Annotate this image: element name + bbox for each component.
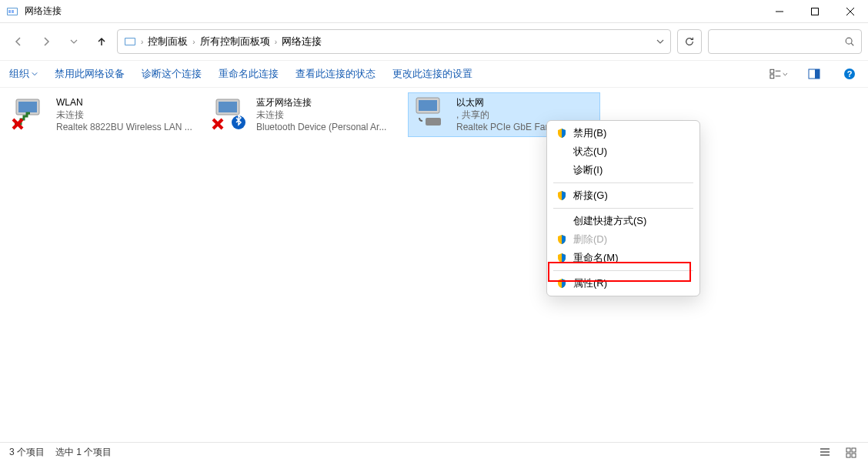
window-icon [6, 5, 18, 18]
ctx-delete: 删除(D) [547, 230, 699, 249]
shield-icon [556, 190, 567, 201]
chevron-down-icon[interactable] [656, 38, 664, 45]
connection-bluetooth[interactable]: 蓝牙网络连接 未连接 Bluetooth Device (Personal Ar… [208, 92, 400, 137]
svg-rect-5 [812, 8, 819, 15]
svg-rect-3 [12, 10, 14, 13]
view-status-button[interactable]: 查看此连接的状态 [295, 67, 376, 81]
preview-pane-button[interactable] [805, 65, 823, 83]
svg-rect-32 [852, 448, 856, 452]
svg-rect-21 [18, 102, 37, 112]
icons-view-button[interactable] [843, 445, 859, 460]
ctx-diagnose[interactable]: 诊断(I) [547, 161, 699, 179]
toolbar: 组织 禁用此网络设备 诊断这个连接 重命名此连接 查看此连接的状态 更改此连接的… [0, 60, 868, 88]
wlan-icon [12, 96, 52, 130]
svg-rect-27 [426, 118, 441, 126]
connection-name: 以太网 [456, 96, 565, 109]
connection-name: 蓝牙网络连接 [256, 96, 386, 109]
svg-rect-2 [8, 10, 11, 13]
svg-rect-13 [770, 75, 774, 79]
ctx-bridge[interactable]: 桥接(G) [547, 186, 699, 205]
address-bar[interactable]: › 控制面板 › 所有控制面板项 › 网络连接 [117, 29, 671, 54]
refresh-button[interactable] [677, 29, 702, 54]
svg-rect-31 [846, 448, 850, 452]
change-settings-button[interactable]: 更改此连接的设置 [392, 67, 472, 81]
shield-icon [556, 128, 567, 139]
folder-icon [124, 35, 136, 48]
connection-name: WLAN [56, 96, 192, 109]
menu-separator [553, 208, 693, 209]
shield-icon [556, 253, 567, 263]
breadcrumb-2[interactable]: 所有控制面板项 [200, 35, 270, 49]
recent-button[interactable] [62, 29, 86, 54]
bluetooth-icon [212, 96, 252, 130]
svg-rect-9 [125, 38, 135, 45]
svg-rect-23 [219, 102, 237, 112]
connection-device: Bluetooth Device (Personal Ar... [256, 121, 386, 133]
search-icon [844, 36, 855, 47]
close-button[interactable] [833, 0, 868, 23]
organize-button[interactable]: 组织 [9, 67, 38, 81]
svg-rect-12 [770, 69, 774, 73]
up-button[interactable] [89, 29, 114, 54]
shield-icon [556, 234, 567, 245]
selected-count: 选中 1 个项目 [55, 446, 112, 459]
view-options-button[interactable] [770, 65, 788, 83]
ethernet-icon [412, 96, 452, 130]
svg-rect-33 [846, 454, 850, 457]
context-menu: 禁用(B) 状态(U) 诊断(I) 桥接(G) 创建快捷方式(S) 删除(D) … [546, 120, 700, 296]
connection-status: 未连接 [56, 109, 192, 121]
nav-row: › 控制面板 › 所有控制面板项 › 网络连接 [0, 23, 868, 60]
ctx-rename[interactable]: 重命名(M) [547, 249, 699, 267]
back-button[interactable] [6, 29, 31, 54]
status-bar: 3 个项目 选中 1 个项目 [0, 442, 868, 462]
connection-wlan[interactable]: WLAN 未连接 Realtek 8822BU Wireless LAN ... [8, 92, 200, 137]
ctx-properties[interactable]: 属性(R) [547, 274, 699, 293]
connection-status: 未连接 [256, 109, 386, 121]
disable-device-button[interactable]: 禁用此网络设备 [55, 67, 125, 81]
svg-rect-17 [815, 69, 820, 79]
maximize-button[interactable] [797, 0, 833, 23]
breadcrumb-separator: › [192, 38, 195, 46]
ctx-status[interactable]: 状态(U) [547, 142, 699, 161]
svg-rect-34 [852, 454, 856, 457]
connection-status: , 共享的 [456, 109, 565, 121]
breadcrumb-separator: › [275, 38, 277, 46]
rename-button[interactable]: 重命名此连接 [219, 67, 279, 81]
connection-device: Realtek 8822BU Wireless LAN ... [56, 121, 192, 133]
svg-text:?: ? [847, 69, 853, 79]
menu-separator [553, 270, 693, 271]
content-area: WLAN 未连接 Realtek 8822BU Wireless LAN ...… [0, 88, 868, 442]
titlebar: 网络连接 [0, 0, 868, 23]
svg-line-11 [851, 43, 853, 45]
search-input[interactable] [708, 29, 862, 54]
diagnose-button[interactable]: 诊断这个连接 [142, 67, 202, 81]
breadcrumb-separator: › [141, 38, 143, 46]
item-count: 3 个项目 [9, 446, 45, 459]
help-button[interactable]: ? [840, 65, 859, 83]
menu-separator [553, 182, 693, 183]
minimize-button[interactable] [762, 0, 797, 23]
breadcrumb-3[interactable]: 网络连接 [282, 35, 322, 49]
breadcrumb-1[interactable]: 控制面板 [148, 35, 188, 49]
details-view-button[interactable] [817, 445, 833, 460]
forward-button [34, 29, 58, 54]
window-title: 网络连接 [25, 5, 62, 18]
svg-point-10 [846, 38, 852, 44]
shield-icon [556, 278, 567, 289]
ctx-disable[interactable]: 禁用(B) [547, 124, 699, 142]
ctx-shortcut[interactable]: 创建快捷方式(S) [547, 212, 699, 230]
svg-rect-26 [419, 100, 437, 111]
